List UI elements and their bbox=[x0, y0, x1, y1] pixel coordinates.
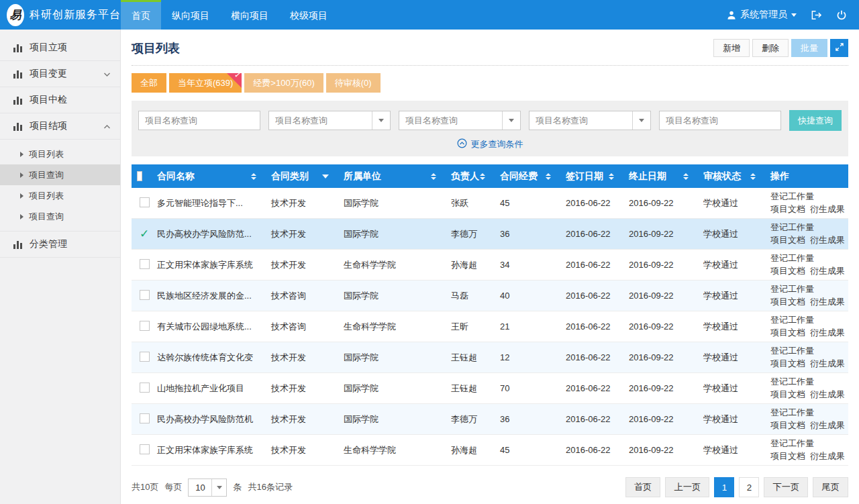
op-project-doc[interactable]: 项目文档 bbox=[770, 203, 805, 216]
add-button[interactable]: 新增 bbox=[713, 39, 750, 57]
search-input-2[interactable] bbox=[659, 111, 781, 130]
op-register-workload[interactable]: 登记工作量 bbox=[770, 315, 814, 325]
page-2-button[interactable]: 2 bbox=[739, 477, 759, 497]
row-checkbox[interactable] bbox=[140, 383, 150, 393]
sidebar-subitem-project-list[interactable]: 项目列表 bbox=[0, 144, 120, 164]
col-review-status[interactable]: 审核状态 bbox=[698, 170, 765, 183]
col-contract-type[interactable]: 合同类别 bbox=[266, 170, 338, 183]
op-register-workload[interactable]: 登记工作量 bbox=[770, 191, 814, 201]
op-derived-results[interactable]: 衍生成果 bbox=[810, 419, 845, 432]
sidebar-subitem-project-list[interactable]: 项目列表 bbox=[0, 185, 120, 206]
row-checkbox[interactable] bbox=[140, 352, 150, 362]
power-icon[interactable] bbox=[836, 9, 847, 21]
nav-tab-home[interactable]: 首页 bbox=[121, 0, 161, 30]
op-project-doc[interactable]: 项目文档 bbox=[770, 327, 805, 340]
table-row[interactable]: 正文用宋体家族字库系统 技术开发 生命科学学院 孙海超 45 2016-06-2… bbox=[132, 435, 848, 466]
table-row[interactable]: ✓ 民办高校办学风险防范... 技术开发 国际学院 李德万 36 2016-06… bbox=[132, 219, 848, 250]
selected-check-icon[interactable]: ✓ bbox=[140, 228, 149, 240]
prev-page-button[interactable]: 上一页 bbox=[665, 477, 709, 497]
op-derived-results[interactable]: 衍生成果 bbox=[810, 358, 845, 370]
op-register-workload[interactable]: 登记工作量 bbox=[770, 253, 814, 263]
op-project-doc[interactable]: 项目文档 bbox=[770, 419, 805, 432]
op-derived-results[interactable]: 衍生成果 bbox=[810, 327, 845, 340]
search-select-1[interactable] bbox=[268, 111, 391, 130]
op-derived-results[interactable]: 衍生成果 bbox=[810, 203, 845, 216]
op-derived-results[interactable]: 衍生成果 bbox=[810, 265, 845, 278]
quick-search-button[interactable]: 快捷查询 bbox=[789, 110, 842, 131]
sort-icon[interactable] bbox=[431, 173, 436, 180]
sort-icon[interactable] bbox=[683, 173, 689, 180]
op-project-doc[interactable]: 项目文档 bbox=[770, 265, 805, 278]
table-row[interactable]: 民族地区经济发展的金... 技术咨询 国际学院 马磊 40 2016-06-22… bbox=[132, 281, 848, 311]
more-conditions-link[interactable]: 更多查询条件 bbox=[138, 138, 842, 150]
sidebar-item-category-management[interactable]: 分类管理 bbox=[0, 232, 120, 258]
col-person[interactable]: 负责人 bbox=[446, 170, 495, 183]
sort-icon[interactable] bbox=[251, 173, 256, 180]
op-register-workload[interactable]: 登记工作量 bbox=[770, 346, 814, 356]
col-end-date[interactable]: 终止日期 bbox=[623, 170, 698, 183]
table-row[interactable]: 民办高校办学风险防范机 技术开发 国际学院 李德万 36 2016-06-22 … bbox=[132, 404, 848, 435]
op-project-doc[interactable]: 项目文档 bbox=[770, 296, 805, 309]
dropdown-caret-icon[interactable] bbox=[211, 479, 226, 496]
op-derived-results[interactable]: 衍生成果 bbox=[810, 234, 845, 247]
filter-tab-pending-review[interactable]: 待审核(0) bbox=[326, 73, 381, 93]
sidebar-item-project-midterm-check[interactable]: 项目中检 bbox=[0, 87, 120, 113]
col-sign-date[interactable]: 签订日期 bbox=[560, 170, 623, 183]
filter-caret-icon[interactable] bbox=[322, 174, 329, 179]
op-project-doc[interactable]: 项目文档 bbox=[770, 234, 805, 247]
table-row[interactable]: 正文用宋体家族字库系统 技术开发 生命科学学院 孙海超 34 2016-06-2… bbox=[132, 250, 848, 281]
op-register-workload[interactable]: 登记工作量 bbox=[770, 438, 814, 448]
first-page-button[interactable]: 首页 bbox=[625, 477, 661, 497]
op-register-workload[interactable]: 登记工作量 bbox=[770, 376, 814, 387]
user-menu[interactable]: 系统管理员 bbox=[727, 9, 797, 21]
per-page-select[interactable]: 10 bbox=[188, 478, 227, 497]
search-select-2-input[interactable] bbox=[399, 111, 502, 130]
dropdown-caret-icon[interactable] bbox=[502, 111, 520, 130]
row-checkbox[interactable] bbox=[140, 290, 150, 300]
expand-button[interactable] bbox=[830, 39, 848, 57]
dropdown-caret-icon[interactable] bbox=[372, 111, 390, 130]
col-unit[interactable]: 所属单位 bbox=[338, 170, 446, 183]
sidebar-item-project-change[interactable]: 项目变更 bbox=[0, 61, 120, 87]
sidebar-item-project-initiation[interactable]: 项目立项 bbox=[0, 35, 120, 61]
nav-tab-school-projects[interactable]: 校级项目 bbox=[279, 0, 338, 30]
sidebar-item-project-completion[interactable]: 项目结项 bbox=[0, 113, 120, 140]
nav-tab-vertical-projects[interactable]: 纵向项目 bbox=[161, 0, 220, 30]
op-derived-results[interactable]: 衍生成果 bbox=[810, 296, 845, 309]
sort-icon[interactable] bbox=[609, 173, 614, 180]
batch-button[interactable]: 批量 bbox=[791, 39, 827, 57]
table-row[interactable]: 有关城市公园绿地系统... 技术咨询 生命科学学院 王昕 21 2016-06-… bbox=[132, 311, 848, 342]
sort-icon[interactable] bbox=[750, 173, 756, 180]
dropdown-caret-icon[interactable] bbox=[632, 111, 650, 130]
table-row[interactable]: 达斡尔族传统体育文化变 技术开发 国际学院 王钰超 12 2016-06-22 … bbox=[132, 342, 848, 373]
filter-tab-all[interactable]: 全部 bbox=[132, 73, 166, 93]
sidebar-subitem-project-query[interactable]: 项目查询 bbox=[0, 206, 120, 227]
op-project-doc[interactable]: 项目文档 bbox=[770, 450, 805, 463]
search-select-1-input[interactable] bbox=[269, 111, 372, 130]
op-register-workload[interactable]: 登记工作量 bbox=[770, 284, 814, 294]
row-checkbox[interactable] bbox=[140, 321, 150, 331]
col-contract-name[interactable]: 合同名称 bbox=[152, 170, 266, 183]
nav-tab-horizontal-projects[interactable]: 横向项目 bbox=[220, 0, 279, 30]
search-input-1[interactable] bbox=[138, 111, 260, 130]
row-checkbox[interactable] bbox=[140, 444, 150, 454]
table-row[interactable]: 多元智能理论指导下... 技术开发 国际学院 张跃 45 2016-06-22 … bbox=[132, 188, 848, 219]
last-page-button[interactable]: 尾页 bbox=[813, 477, 848, 497]
row-checkbox[interactable] bbox=[140, 259, 150, 269]
sort-icon[interactable] bbox=[546, 173, 551, 180]
sidebar-subitem-project-query[interactable]: 项目查询 bbox=[0, 164, 120, 185]
page-1-button[interactable]: 1 bbox=[714, 477, 734, 497]
next-page-button[interactable]: 下一页 bbox=[764, 477, 808, 497]
op-derived-results[interactable]: 衍生成果 bbox=[810, 450, 845, 463]
search-select-3[interactable] bbox=[529, 111, 651, 130]
sort-icon[interactable] bbox=[480, 173, 485, 180]
op-register-workload[interactable]: 登记工作量 bbox=[770, 222, 814, 232]
filter-tab-current-year[interactable]: 当年立项(639) ✓ bbox=[169, 73, 242, 93]
delete-button[interactable]: 删除 bbox=[752, 39, 789, 57]
op-register-workload[interactable]: 登记工作量 bbox=[770, 407, 814, 417]
search-select-2[interactable] bbox=[399, 111, 521, 130]
row-checkbox[interactable] bbox=[140, 197, 150, 207]
table-row[interactable]: 山地拖拉机产业化项目 技术开发 国际学院 王钰超 70 2016-06-22 2… bbox=[132, 373, 848, 404]
search-select-3-input[interactable] bbox=[529, 111, 632, 130]
filter-tab-over-1m-funding[interactable]: 经费>100万(60) bbox=[244, 73, 323, 93]
